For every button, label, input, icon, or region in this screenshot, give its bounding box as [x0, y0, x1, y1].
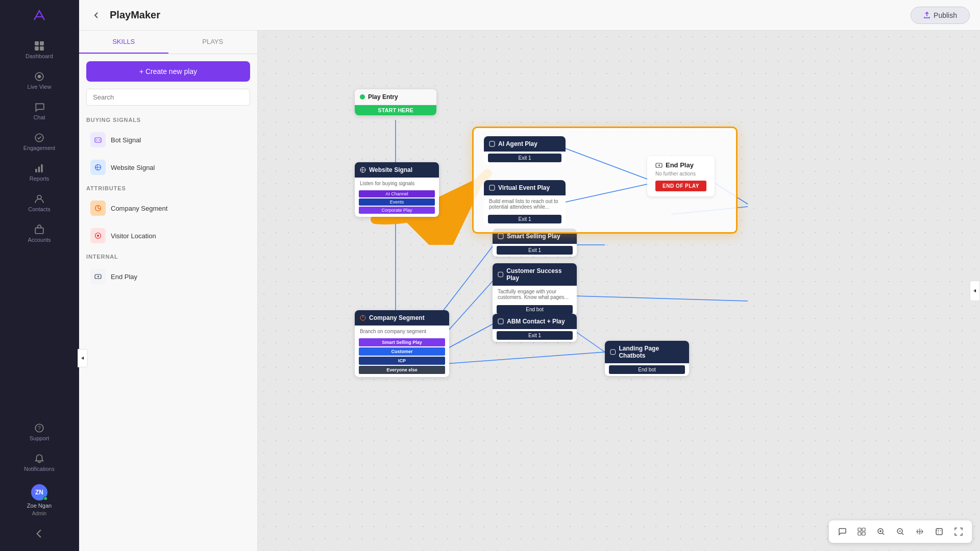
skill-end-play[interactable]: End Play [83, 264, 253, 289]
create-play-button[interactable]: + Create new play [86, 61, 250, 82]
sidebar-item-engagement[interactable]: Engagement [0, 128, 79, 156]
sidebar-item-engagement-label: Engagement [23, 145, 55, 151]
end-play-name: End Play [111, 273, 137, 281]
sidebar-user[interactable]: ZN Zoe Ngan Admin [0, 479, 79, 521]
segment-everyone: Everyone else [359, 366, 445, 374]
abm-contact-node[interactable]: ABM Contact + Play Exit 1 [493, 314, 577, 342]
sidebar-item-contacts[interactable]: Contacts [0, 189, 79, 217]
sidebar-item-notifications[interactable]: Notifications [0, 448, 79, 477]
landing-page-node[interactable]: Landing Page Chatbots End bot [605, 341, 689, 376]
select-btn[interactable] [931, 523, 947, 540]
landing-page-exit: End bot [609, 365, 685, 374]
smart-selling-title: Smart Selling Play [507, 233, 560, 240]
grid-toolbar-btn[interactable] [853, 523, 870, 540]
company-segment-name: Company Segment [111, 205, 167, 212]
internal-label: INTERNAL [79, 249, 257, 263]
sidebar-collapse[interactable] [0, 523, 79, 544]
zoom-in-btn[interactable] [873, 523, 889, 540]
end-play-subtitle: No further actions [655, 171, 706, 177]
svg-text:?: ? [38, 425, 41, 431]
attributes-label: ATTRIBUTES [79, 181, 257, 194]
svg-rect-0 [35, 41, 39, 45]
tab-skills[interactable]: SKILLS [79, 31, 168, 54]
end-play-header: End Play [655, 161, 706, 169]
end-play-node[interactable]: End Play No further actions END OF PLAY [647, 156, 715, 196]
highlight-box: AI Agent Play Exit 1 Virtual Event Play … [472, 127, 738, 234]
customer-success-header: Customer Success Play [493, 263, 577, 286]
customer-success-node[interactable]: Customer Success Play Tactfully engage w… [493, 263, 577, 316]
ai-agent-exit: Exit 1 [488, 154, 561, 162]
back-button[interactable] [89, 8, 104, 22]
svg-point-20 [97, 235, 99, 237]
company-segment-subtitle: Branch on company segment [355, 325, 449, 337]
virtual-event-exit: Exit 1 [488, 215, 561, 223]
ai-agent-title: AI Agent Play [498, 140, 537, 147]
segment-icp: ICP [359, 357, 445, 365]
svg-rect-1 [40, 41, 44, 45]
skill-visitor-location[interactable]: Visitor Location [83, 223, 253, 248]
play-entry-node[interactable]: Play Entry START HERE [355, 89, 436, 115]
website-signal-node[interactable]: Website Signal Listen for buying signals… [355, 162, 439, 217]
canvas-area[interactable]: Play Entry START HERE Website Signal Lis… [258, 31, 980, 551]
svg-rect-40 [489, 141, 495, 146]
panel-collapse-btn[interactable] [970, 281, 980, 301]
skill-website-signal[interactable]: Website Signal [83, 155, 253, 180]
avatar: ZN [31, 484, 47, 500]
svg-line-43 [566, 148, 647, 179]
pan-btn[interactable] [912, 523, 928, 540]
publish-button[interactable]: Publish [911, 7, 970, 24]
website-signal-header: Website Signal [355, 162, 439, 178]
main-area: PlayMaker Publish SKILLS PLAYS + Create … [79, 0, 980, 551]
svg-rect-8 [38, 167, 40, 172]
tab-plays[interactable]: PLAYS [168, 31, 258, 54]
svg-rect-3 [40, 46, 44, 51]
svg-rect-36 [498, 234, 503, 239]
end-of-play-btn[interactable]: END OF PLAY [655, 181, 706, 191]
end-play-icon [90, 269, 106, 284]
sidebar-item-liveview[interactable]: Live View [0, 66, 79, 95]
sidebar-item-chat[interactable]: Chat [0, 97, 79, 126]
sidebar-item-liveview-label: Live View [28, 84, 52, 90]
corporate-bar: Corporate Play [359, 207, 435, 214]
svg-line-29 [574, 296, 748, 301]
segment-smart-selling: Smart Selling Play [359, 338, 445, 346]
virtual-event-title: Virtual Event Play [498, 184, 550, 191]
svg-line-27 [431, 352, 605, 365]
sidebar-item-accounts[interactable]: Accounts [0, 219, 79, 248]
bot-signal-icon [90, 132, 106, 147]
skill-company-segment[interactable]: Company Segment [83, 195, 253, 221]
customer-success-subtitle: Tactfully engage with your customers. Kn… [493, 286, 577, 303]
play-entry-title: Play Entry [368, 93, 398, 101]
sidebar: Dashboard Live View Chat Engagement Repo… [0, 0, 79, 551]
website-signal-title: Website Signal [369, 166, 412, 173]
smart-selling-exit: Exit 1 [497, 246, 573, 255]
abm-contact-exit: Exit 1 [497, 331, 573, 340]
svg-rect-45 [858, 528, 861, 531]
chat-toolbar-btn[interactable] [834, 523, 850, 540]
svg-rect-7 [35, 169, 37, 172]
sidebar-collapse-btn[interactable] [78, 349, 88, 367]
svg-rect-41 [489, 185, 495, 190]
svg-rect-37 [498, 272, 503, 277]
sidebar-item-reports[interactable]: Reports [0, 158, 79, 187]
start-here-bar: START HERE [355, 105, 436, 115]
user-name: Zoe Ngan [27, 503, 52, 509]
visitor-location-name: Visitor Location [111, 232, 156, 240]
virtual-event-node[interactable]: Virtual Event Play Build email lists to … [484, 180, 566, 226]
svg-rect-46 [862, 528, 865, 531]
svg-rect-47 [858, 532, 861, 535]
svg-line-44 [566, 184, 647, 202]
left-panel: SKILLS PLAYS + Create new play BUYING SI… [79, 31, 258, 551]
fullscreen-btn[interactable] [950, 523, 967, 540]
publish-label: Publish [934, 11, 957, 19]
ai-agent-node[interactable]: AI Agent Play Exit 1 [484, 136, 566, 164]
website-signal-subtitle: Listen for buying signals [355, 178, 439, 189]
skill-bot-signal[interactable]: Bot Signal [83, 127, 253, 153]
search-input[interactable] [86, 89, 250, 106]
company-segment-node[interactable]: Company Segment Branch on company segmen… [355, 310, 449, 377]
sidebar-item-support[interactable]: ? Support [0, 418, 79, 446]
sidebar-item-dashboard[interactable]: Dashboard [0, 36, 79, 64]
svg-rect-9 [41, 164, 42, 172]
zoom-out-btn[interactable] [892, 523, 909, 540]
online-indicator [43, 496, 47, 500]
